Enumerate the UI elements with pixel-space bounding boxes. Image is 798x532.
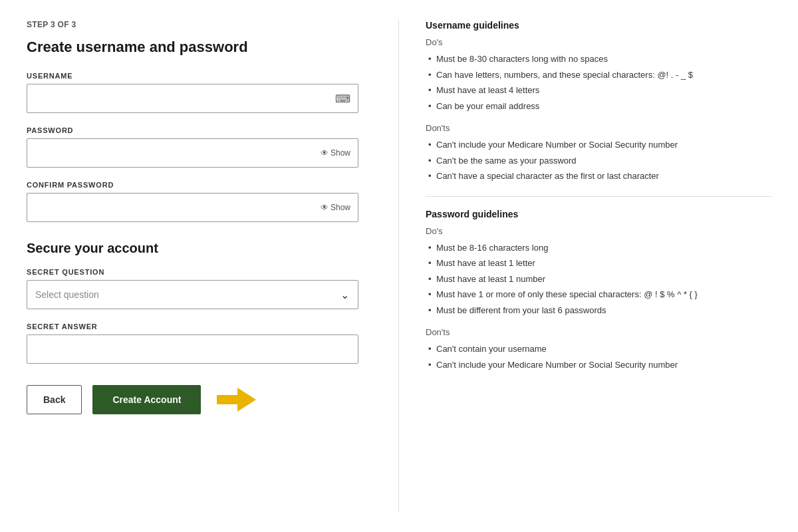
secret-question-label: SECRET QUESTION [27,268,358,276]
username-donts-list: Can't include your Medicare Number or So… [426,137,771,184]
username-field-group: USERNAME ⌨ [27,72,358,113]
button-row: Back Create Account [27,385,358,414]
list-item: Can't contain your username [426,341,771,357]
secret-question-field-group: SECRET QUESTION Select question What was… [27,268,358,309]
confirm-password-field-group: CONFIRM PASSWORD 👁 Show [27,181,358,222]
show-confirm-label: Show [331,203,350,212]
eye-icon-confirm: 👁 [321,203,329,212]
list-item: Must be 8-30 characters long with no spa… [426,51,771,67]
show-label: Show [331,148,350,158]
show-confirm-password-toggle[interactable]: 👁 Show [321,203,350,212]
username-input[interactable] [27,84,358,113]
list-item: Can't have a special character as the fi… [426,168,771,184]
list-item: Must be 8-16 characters long [426,240,771,256]
secure-section-title: Secure your account [27,241,358,256]
page-title: Create username and password [27,39,358,56]
eye-icon: 👁 [321,148,329,158]
password-donts-section: Don'ts Can't contain your username Can't… [426,327,771,372]
password-field-group: PASSWORD 👁 Show [27,126,358,168]
list-item: Can't include your Medicare Number or So… [426,357,771,373]
list-item: Can't be the same as your password [426,153,771,169]
list-item: Can be your email address [426,98,771,114]
password-donts-label: Don'ts [426,327,771,337]
right-panel: Username guidelines Do's Must be 8-30 ch… [399,20,771,512]
confirm-password-input[interactable] [27,193,358,222]
username-dos-section: Do's Must be 8-30 characters long with n… [426,37,771,114]
create-account-button[interactable]: Create Account [92,385,201,414]
username-donts-section: Don'ts Can't include your Medicare Numbe… [426,123,771,184]
password-dos-label: Do's [426,226,771,236]
secret-answer-field-group: SECRET ANSWER [27,323,358,364]
arrow-indicator [217,388,256,412]
password-dos-list: Must be 8-16 characters long Must have a… [426,240,771,319]
list-item: Can have letters, numbers, and these spe… [426,67,771,83]
password-dos-section: Do's Must be 8-16 characters long Must h… [426,226,771,319]
list-item: Must be different from your last 6 passw… [426,303,771,319]
username-dos-label: Do's [426,37,771,47]
list-item: Can't include your Medicare Number or So… [426,137,771,153]
username-donts-label: Don'ts [426,123,771,133]
list-item: Must have at least 4 letters [426,82,771,98]
step-indicator: STEP 3 OF 3 [27,20,358,29]
left-panel: STEP 3 OF 3 Create username and password… [27,20,399,512]
keyboard-icon: ⌨ [335,92,350,105]
username-guidelines-title: Username guidelines [426,20,771,31]
confirm-password-label: CONFIRM PASSWORD [27,181,358,189]
list-item: Must have at least 1 letter [426,255,771,271]
show-password-toggle[interactable]: 👁 Show [321,148,350,158]
password-donts-list: Can't contain your username Can't includ… [426,341,771,372]
arrow-head [237,388,256,412]
arrow-body [217,395,238,404]
password-guidelines-title: Password guidelines [426,209,771,219]
divider [426,196,771,197]
list-item: Must have at least 1 number [426,271,771,287]
secret-answer-input[interactable] [27,334,358,364]
list-item: Must have 1 or more of only these specia… [426,287,771,303]
back-button[interactable]: Back [27,385,82,414]
password-input[interactable] [27,138,358,168]
username-label: USERNAME [27,72,358,80]
password-label: PASSWORD [27,126,358,134]
secret-answer-label: SECRET ANSWER [27,323,358,331]
username-dos-list: Must be 8-30 characters long with no spa… [426,51,771,114]
secret-question-select[interactable]: Select question What was the name of you… [27,280,358,309]
